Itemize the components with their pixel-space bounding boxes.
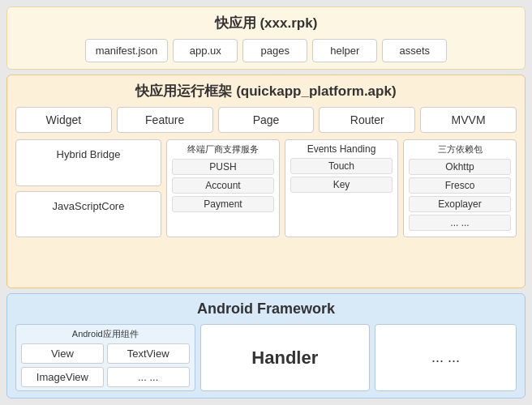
framework-row1-item: Router [319, 107, 415, 133]
main-container: 快应用 (xxx.rpk) manifest.jsonapp.uxpageshe… [0, 0, 532, 405]
android-section: Android Framework Android应用组件 ViewTextVi… [6, 293, 526, 399]
event-item: Touch [290, 158, 393, 174]
thirdparty-item: ... ... [409, 215, 511, 231]
android-comp-item: ... ... [107, 367, 190, 387]
thirdparty-title: 三方依赖包 [409, 143, 511, 156]
file-box: app.ux [173, 39, 238, 62]
framework-row2: Hybrid Bridge JavaScriptCore 终端厂商支撑服务 PU… [15, 139, 517, 237]
col-left: Hybrid Bridge JavaScriptCore [15, 139, 161, 237]
quick-app-title: 快应用 (xxx.rpk) [15, 14, 517, 32]
android-comp-item: TextView [107, 343, 190, 364]
vendor-item: Payment [172, 196, 274, 212]
hybrid-bridge-box: Hybrid Bridge [15, 139, 161, 186]
framework-row1-item: MVVM [420, 107, 517, 133]
vendor-item: PUSH [172, 159, 274, 175]
android-comp-item: View [21, 343, 104, 364]
quick-app-section: 快应用 (xxx.rpk) manifest.jsonapp.uxpageshe… [6, 6, 526, 70]
file-box: manifest.json [85, 39, 169, 62]
col-vendor: 终端厂商支撑服务 PUSHAccountPayment [166, 139, 280, 237]
file-box: pages [242, 39, 307, 62]
framework-title: 快应用运行框架 (quickapp_platform.apk) [15, 82, 517, 100]
framework-row1: WidgetFeaturePageRouterMVVM [15, 107, 517, 133]
javascript-core-box: JavaScriptCore [15, 191, 161, 238]
android-components-grid: ViewTextViewImageView... ... [21, 343, 190, 387]
event-item: Key [290, 177, 393, 193]
quick-app-files: manifest.jsonapp.uxpageshelperassets [15, 39, 517, 62]
framework-row1-item: Widget [15, 107, 112, 133]
android-content: Android应用组件 ViewTextViewImageView... ...… [15, 324, 517, 391]
events-title: Events Handing [290, 143, 393, 155]
framework-row1-item: Feature [117, 107, 213, 133]
android-dots: ... ... [375, 324, 517, 391]
col-events: Events Handing TouchKey [285, 139, 398, 237]
file-box: assets [382, 39, 447, 62]
col-thirdparty: 三方依赖包 OkhttpFrescoExoplayer... ... [403, 139, 517, 237]
android-title: Android Framework [15, 301, 517, 318]
thirdparty-item: Exoplayer [409, 196, 511, 212]
file-box: helper [312, 39, 377, 62]
android-handler: Handler [200, 324, 371, 391]
vendor-title: 终端厂商支撑服务 [172, 143, 274, 156]
thirdparty-item: Fresco [409, 177, 511, 194]
android-comp-item: ImageView [21, 367, 104, 387]
framework-section: 快应用运行框架 (quickapp_platform.apk) WidgetFe… [6, 75, 526, 288]
android-components: Android应用组件 ViewTextViewImageView... ... [15, 324, 195, 391]
vendor-item: Account [172, 177, 274, 194]
framework-row1-item: Page [218, 107, 315, 133]
thirdparty-item: Okhttp [409, 159, 511, 175]
android-components-title: Android应用组件 [21, 328, 190, 340]
